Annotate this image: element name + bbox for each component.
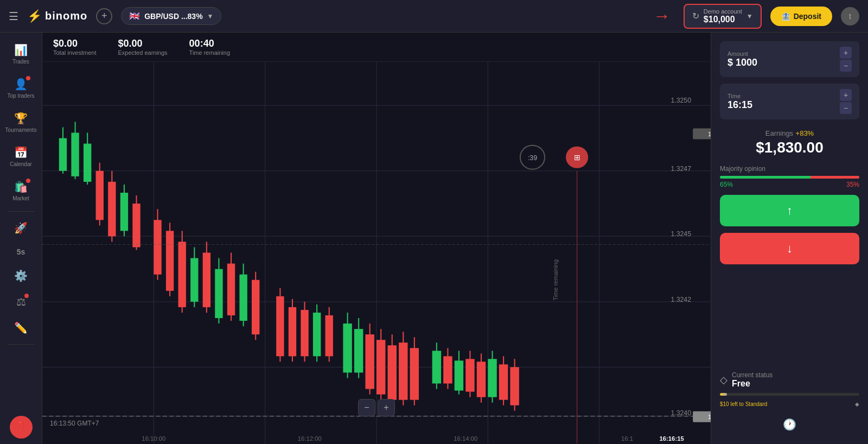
trade-down-button[interactable]: ↓ xyxy=(720,233,859,264)
status-value: Free xyxy=(732,379,773,389)
total-investment-label: Total investment xyxy=(53,49,96,56)
chart-timestamp: 16:13:50 GMT+7 xyxy=(50,420,99,427)
majority-bar xyxy=(720,176,859,179)
zoom-in-button[interactable]: + xyxy=(378,399,395,416)
market-icon: 🛍️ xyxy=(14,180,28,193)
time-remaining-stat: 00:40 Time remaining xyxy=(189,38,230,56)
x-axis-label-1: 16:10:00 xyxy=(142,435,165,442)
help-icon: ❓ xyxy=(16,421,27,432)
clock-section: 🕐 xyxy=(720,414,859,435)
total-investment-stat: $0.00 Total investment xyxy=(53,38,96,56)
majority-red-bar xyxy=(810,176,859,179)
amount-increase-button[interactable]: + xyxy=(840,47,852,59)
refresh-icon: ↻ xyxy=(692,11,699,21)
diamond-right-icon: ◆ xyxy=(855,401,859,407)
chart-area: $0.00 Total investment $0.00 Expected ea… xyxy=(42,33,711,444)
header: ☰ ⚡ binomo + 🇬🇧 GBP/USD ...83% ▼ → ↻ Dem… xyxy=(0,0,868,33)
logo-text: binomo xyxy=(45,10,87,22)
logo: ⚡ binomo xyxy=(27,9,87,23)
progress-labels: $10 left to Standard ◆ xyxy=(720,401,859,407)
x-axis-label-3: 16:14:00 xyxy=(454,435,477,442)
majority-opinion-section: Majority opinion 65% 35% xyxy=(720,165,859,188)
chart-svg: 1.3250 1.3247 1.3245 1.3242 1.3240 1.324… xyxy=(42,62,711,443)
expected-earnings-label: Expected earnings xyxy=(118,49,167,56)
analysis-notification-dot xyxy=(24,294,29,298)
expected-earnings-value: $0.00 xyxy=(118,38,167,49)
deposit-label: Deposit xyxy=(794,12,821,21)
amount-value[interactable]: $ 1000 xyxy=(727,57,757,68)
sidebar-label-calendar: Calendar xyxy=(10,161,32,167)
amount-label: Amount xyxy=(727,50,757,57)
pair-dropdown-icon: ▼ xyxy=(207,12,214,20)
sidebar-label-market: Market xyxy=(12,195,29,201)
time-remaining-value: 00:40 xyxy=(189,38,230,49)
pair-flag-icon: 🇬🇧 xyxy=(129,11,140,21)
time-decrease-button[interactable]: − xyxy=(840,102,852,114)
tournaments-icon: 🏆 xyxy=(14,112,28,125)
sidebar-divider-2 xyxy=(8,344,35,345)
analysis-icon: ⚖ xyxy=(16,295,26,308)
zoom-out-button[interactable]: − xyxy=(358,399,375,416)
time-label: Time xyxy=(727,93,752,99)
earnings-label: Earnings xyxy=(765,129,793,137)
chart-canvas[interactable]: 1.3250 1.3247 1.3245 1.3242 1.3240 1.324… xyxy=(42,62,711,443)
sidebar-item-analysis[interactable]: ⚖ xyxy=(3,290,40,314)
price-line2-label: 1.3247 xyxy=(671,165,691,173)
demo-account-widget[interactable]: ↻ Demo account $10,000 ▼ xyxy=(684,4,762,29)
sidebar-item-trades[interactable]: 📊 Trades xyxy=(3,38,40,70)
sidebar-item-calendar[interactable]: 📅 Calendar xyxy=(3,141,40,173)
sidebar-item-indicators[interactable]: ⚙️ xyxy=(3,264,40,288)
progress-left-label: $10 left to Standard xyxy=(720,401,767,407)
price-low-label: 1.3240 xyxy=(671,409,691,417)
pair-selector[interactable]: 🇬🇧 GBP/USD ...83% ▼ xyxy=(121,7,221,25)
sidebar-item-market[interactable]: 🛍️ Market xyxy=(3,175,40,207)
status-header: ◇ Current status Free xyxy=(720,371,859,389)
time-increase-button[interactable]: + xyxy=(840,89,852,101)
expected-earnings-stat: $0.00 Expected earnings xyxy=(118,38,167,56)
sidebar-item-5s[interactable]: 5s xyxy=(3,242,40,262)
market-notification-dot xyxy=(26,179,30,183)
sidebar: 📊 Trades 👤 Top traders 🏆 Tournaments 📅 C… xyxy=(0,33,42,444)
majority-percentages: 65% 35% xyxy=(720,181,859,188)
add-tab-button[interactable]: + xyxy=(96,8,112,24)
time-value[interactable]: 16:15 xyxy=(727,99,752,111)
majority-red-percentage: 35% xyxy=(846,181,859,188)
total-investment-value: $0.00 xyxy=(53,38,96,49)
amount-decrease-button[interactable]: − xyxy=(840,60,852,72)
sidebar-item-tournaments[interactable]: 🏆 Tournaments xyxy=(3,106,40,138)
sidebar-label-tournaments: Tournaments xyxy=(5,127,37,133)
up-arrow-icon: ↑ xyxy=(787,204,793,218)
right-panel: Amount $ 1000 + − Time 16:15 + − Earning… xyxy=(711,33,868,444)
clock-icon: 🕐 xyxy=(783,418,796,431)
price-high-label: 1.3250 xyxy=(671,97,691,104)
status-label: Current status xyxy=(732,371,773,379)
status-section: ◇ Current status Free $10 left to Standa… xyxy=(720,371,859,407)
sidebar-item-rocket[interactable]: 🚀 xyxy=(3,216,40,240)
x-axis-label-2: 16:12:00 xyxy=(298,435,322,442)
demo-account-label: Demo account xyxy=(704,8,742,15)
diamond-icon: ◇ xyxy=(720,374,727,386)
avatar[interactable]: t xyxy=(841,7,859,26)
earnings-percentage: +83% xyxy=(796,129,814,137)
earnings-section: Earnings +83% $1,830.00 xyxy=(720,126,859,158)
amount-input-group: Amount $ 1000 + − xyxy=(720,41,859,77)
sidebar-label-top-traders: Top traders xyxy=(7,93,34,99)
sidebar-item-help[interactable]: ❓ xyxy=(10,416,33,439)
arrow-indicator: → xyxy=(653,6,671,26)
majority-opinion-label: Majority opinion xyxy=(720,165,859,173)
indicators-icon: ⚙️ xyxy=(14,269,28,282)
trade-up-button[interactable]: ↑ xyxy=(720,195,859,226)
main-content: 📊 Trades 👤 Top traders 🏆 Tournaments 📅 C… xyxy=(0,33,868,444)
hamburger-icon[interactable]: ☰ xyxy=(9,10,18,23)
deposit-icon: 🏦 xyxy=(781,12,790,21)
status-progress-fill xyxy=(720,393,727,396)
countdown-timer: :39 xyxy=(528,154,537,162)
time-remaining-label: Time remaining xyxy=(189,49,230,56)
timeframe-5s-label: 5s xyxy=(17,248,25,256)
price-marker-1: 1.324827 xyxy=(708,131,711,137)
sidebar-item-draw[interactable]: ✏️ xyxy=(3,316,40,340)
sidebar-item-top-traders[interactable]: 👤 Top traders xyxy=(3,72,40,104)
time-input-group: Time 16:15 + − xyxy=(720,84,859,119)
deposit-button[interactable]: 🏦 Deposit xyxy=(770,7,832,26)
amount-controls: + − xyxy=(840,47,852,72)
